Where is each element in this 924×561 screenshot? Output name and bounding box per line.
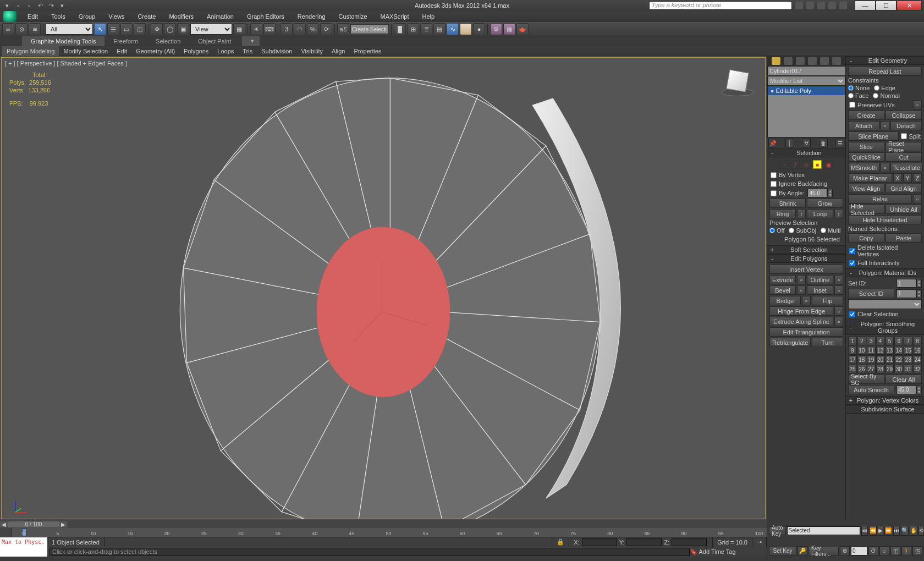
- nav-walk-icon[interactable]: 🚶: [901, 546, 911, 556]
- reset-plane-button[interactable]: Reset Plane: [886, 142, 922, 151]
- show-end-result-icon[interactable]: │: [785, 139, 794, 147]
- curve-editor-button[interactable]: ∿: [447, 23, 459, 35]
- unlink-icon[interactable]: ⊘: [15, 23, 28, 35]
- keyboard-shortcut-button[interactable]: ⌨: [263, 23, 276, 35]
- constraint-normal-radio[interactable]: [873, 93, 878, 98]
- display-tab-icon[interactable]: [820, 57, 829, 65]
- open-icon[interactable]: ▫: [14, 2, 22, 9]
- maxscript-input[interactable]: [0, 547, 47, 557]
- x-coord-input[interactable]: [582, 538, 617, 546]
- rollout-selection-head[interactable]: Selection: [767, 148, 845, 157]
- full-interactivity-check[interactable]: [849, 260, 855, 266]
- edit-named-sel-button[interactable]: aℰ: [337, 23, 349, 35]
- cut-button[interactable]: Cut: [886, 152, 922, 162]
- collapse-button[interactable]: Collapse: [886, 111, 922, 120]
- add-time-tag-button[interactable]: 🔖 Add Time Tag: [690, 548, 767, 556]
- z-coord-input[interactable]: [672, 538, 707, 546]
- sg-4-button[interactable]: 4: [876, 337, 885, 345]
- view-align-button[interactable]: View Align: [848, 184, 884, 193]
- tessellate-button[interactable]: Tessellate: [890, 163, 923, 172]
- ribbon-polygon-modeling[interactable]: Polygon Modeling: [2, 46, 59, 56]
- sg-6-button[interactable]: 6: [894, 337, 903, 345]
- minimize-button[interactable]: —: [855, 1, 876, 10]
- rollout-edit-geometry-head[interactable]: Edit Geometry: [846, 56, 924, 65]
- select-object-button[interactable]: ↖: [94, 23, 106, 35]
- menu-modifiers[interactable]: Modifiers: [163, 13, 199, 20]
- menu-create[interactable]: Create: [132, 13, 161, 20]
- play-icon[interactable]: ▶: [878, 526, 883, 536]
- vertex-subobj-icon[interactable]: ·: [780, 160, 789, 169]
- clear-selection-check[interactable]: [849, 311, 855, 317]
- turn-button[interactable]: Turn: [812, 338, 843, 347]
- relax-button[interactable]: Relax: [848, 194, 912, 204]
- redo-icon[interactable]: ↷: [47, 2, 55, 9]
- move-button[interactable]: ✥: [151, 23, 163, 35]
- snap-toggle-button[interactable]: 3: [280, 23, 293, 35]
- ribbon-modify-selection[interactable]: Modify Selection: [59, 46, 112, 56]
- extrude-spline-button[interactable]: Extrude Along Spline: [769, 317, 833, 326]
- select-region-rect-button[interactable]: ▭: [120, 23, 133, 35]
- y-coord-input[interactable]: [626, 538, 662, 546]
- paste-named-button[interactable]: Paste: [886, 233, 922, 243]
- create-button[interactable]: Create: [848, 111, 884, 120]
- edge-subobj-icon[interactable]: /: [791, 160, 800, 169]
- hide-unselected-button[interactable]: Hide Unselected: [848, 215, 922, 224]
- bind-icon[interactable]: ≋: [29, 23, 41, 35]
- sg-19-button[interactable]: 19: [867, 355, 876, 364]
- render-button[interactable]: 🫖: [516, 23, 529, 35]
- ribbon-tab-freeform[interactable]: Freeform: [105, 36, 147, 46]
- retriangulate-button[interactable]: Retriangulate: [769, 338, 811, 347]
- ignore-backfacing-check[interactable]: [771, 181, 777, 187]
- link-icon[interactable]: ∞: [2, 23, 14, 35]
- dropdown-icon[interactable]: [839, 2, 847, 9]
- ribbon-tab-modeling[interactable]: Graphite Modeling Tools: [22, 36, 105, 46]
- constraint-face-radio[interactable]: [848, 93, 854, 98]
- layers-button[interactable]: ≣: [420, 23, 432, 35]
- make-planar-button[interactable]: Make Planar: [848, 173, 892, 183]
- auto-key-button[interactable]: Auto Key: [769, 526, 786, 535]
- selection-filter-select[interactable]: All: [46, 24, 93, 35]
- nav-zoom-icon[interactable]: 🔍: [901, 526, 909, 536]
- make-unique-icon[interactable]: ∀: [802, 139, 811, 147]
- sg-22-button[interactable]: 22: [894, 355, 903, 364]
- menu-rendering[interactable]: Rendering: [292, 13, 331, 20]
- sg-1-button[interactable]: 1: [848, 337, 857, 345]
- material-editor-button[interactable]: ●: [473, 23, 485, 35]
- insert-vertex-button[interactable]: Insert Vertex: [769, 265, 843, 274]
- menu-maxscript[interactable]: MAXScript: [375, 13, 415, 20]
- sg-5-button[interactable]: 5: [886, 337, 894, 345]
- sg-21-button[interactable]: 21: [886, 355, 894, 364]
- current-frame-input[interactable]: [851, 547, 867, 556]
- sg-8-button[interactable]: 8: [913, 337, 922, 345]
- isolate-icon[interactable]: ⊸: [752, 537, 767, 547]
- new-icon[interactable]: ▾: [3, 2, 11, 9]
- render-setup-button[interactable]: ⚙: [490, 23, 502, 35]
- help-icon[interactable]: [828, 2, 836, 9]
- grid-align-button[interactable]: Grid Align: [886, 184, 922, 193]
- sg-30-button[interactable]: 30: [894, 365, 903, 373]
- ribbon-loops[interactable]: Loops: [213, 46, 238, 56]
- sg-15-button[interactable]: 15: [904, 346, 912, 355]
- time-config-icon[interactable]: ⏱: [868, 546, 878, 556]
- repeat-last-button[interactable]: Repeat Last: [848, 67, 922, 76]
- auto-smooth-input[interactable]: [897, 386, 916, 394]
- sg-7-button[interactable]: 7: [904, 337, 912, 345]
- rollout-material-ids-head[interactable]: Polygon: Material IDs: [846, 268, 924, 277]
- ribbon-subdivision[interactable]: Subdivision: [257, 46, 296, 56]
- favorites-icon[interactable]: [817, 2, 825, 9]
- nav-pan-icon[interactable]: ✋: [910, 526, 917, 536]
- sg-10-button[interactable]: 10: [857, 346, 866, 355]
- create-tab-icon[interactable]: [772, 57, 780, 65]
- planar-x-button[interactable]: X: [893, 173, 902, 183]
- quickslice-button[interactable]: QuickSlice: [848, 152, 884, 162]
- ribbon-geometry-all[interactable]: Geometry (All): [131, 46, 179, 56]
- border-subobj-icon[interactable]: ◇: [802, 160, 811, 169]
- ribbon-visibility[interactable]: Visibility: [296, 46, 327, 56]
- nav-max2-icon[interactable]: ◳: [912, 546, 922, 556]
- angle-snap-button[interactable]: ◠: [294, 23, 306, 35]
- modifier-stack[interactable]: Editable Poly: [767, 86, 845, 138]
- ribbon-config-icon[interactable]: ▾: [242, 36, 260, 46]
- use-pivot-center-button[interactable]: ▦: [233, 23, 245, 35]
- select-by-sg-button[interactable]: Select By SG: [848, 375, 884, 384]
- sg-16-button[interactable]: 16: [913, 346, 922, 355]
